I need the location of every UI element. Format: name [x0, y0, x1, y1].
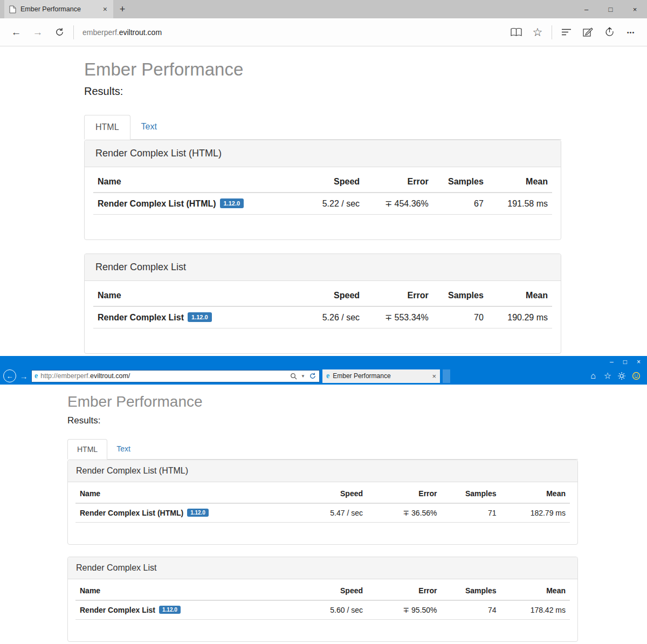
- benchmark-panel-list: Render Complex List Name Speed Error Sam…: [67, 557, 578, 642]
- url-text: http://emberperf.eviltrout.com/: [40, 372, 287, 380]
- speed-value: 5.26 / sec: [277, 306, 364, 328]
- url-text[interactable]: emberperf.eviltrout.com: [82, 28, 162, 37]
- error-value: ∓ 553.34%: [364, 306, 433, 328]
- benchmark-row: Render Complex List1.12.0 5.26 / sec ∓ 5…: [93, 306, 552, 328]
- mean-value: 190.29 ms: [488, 306, 552, 328]
- col-speed: Speed: [277, 172, 364, 193]
- close-button[interactable]: ×: [623, 0, 647, 18]
- browser-tab[interactable]: Ember Performance ×: [4, 0, 113, 18]
- benchmark-row: Render Complex List (HTML)1.12.0 5.22 / …: [93, 193, 552, 215]
- maximize-button[interactable]: □: [623, 358, 627, 366]
- col-samples: Samples: [442, 484, 501, 503]
- ie-page-icon: e: [326, 372, 329, 380]
- col-name: Name: [93, 285, 277, 306]
- ie-page-content: Ember Performance Results: HTML Text Ren…: [0, 385, 647, 642]
- version-badge: 1.12.0: [159, 606, 181, 614]
- window-controls: – □ ×: [610, 358, 641, 366]
- favorites-star-icon[interactable]: ☆: [603, 372, 612, 380]
- ie-browser-window: – □ × ← → e http://emberperf.eviltrout.c…: [0, 356, 647, 644]
- speed-value: 5.47 / sec: [273, 503, 367, 523]
- edge-page-content: Ember Performance Results: HTML Text Ren…: [0, 46, 647, 354]
- tab-close-icon[interactable]: ×: [102, 5, 108, 13]
- ie-address-bar: ← → e http://emberperf.eviltrout.com/ ▼ …: [3, 369, 644, 383]
- home-icon[interactable]: ⌂: [588, 372, 598, 380]
- reading-view-icon[interactable]: [505, 22, 527, 43]
- hub-icon[interactable]: [555, 22, 577, 43]
- edge-tab-bar: Ember Performance × + – □ ×: [0, 0, 647, 18]
- col-samples: Samples: [442, 581, 501, 600]
- share-icon[interactable]: [598, 22, 620, 43]
- more-actions-icon[interactable]: •••: [620, 22, 642, 43]
- tab-html[interactable]: HTML: [84, 115, 130, 140]
- tab-html[interactable]: HTML: [67, 439, 107, 460]
- col-speed: Speed: [273, 581, 367, 600]
- mean-value: 191.58 ms: [488, 193, 552, 215]
- close-button[interactable]: ×: [637, 358, 641, 366]
- benchmark-table: Name Speed Error Samples Mean Render Com…: [93, 172, 552, 215]
- col-speed: Speed: [277, 285, 364, 306]
- benchmark-table: Name Speed Error Samples Mean Render Com…: [75, 484, 570, 523]
- results-label: Results:: [84, 85, 561, 98]
- ie-page-icon: e: [35, 372, 38, 380]
- url-domain: eviltrout.com/: [90, 372, 130, 380]
- refresh-button[interactable]: [309, 372, 316, 380]
- mean-value: 178.42 ms: [501, 600, 570, 620]
- version-badge: 1.12.0: [220, 198, 244, 208]
- benchmark-table: Name Speed Error Samples Mean Render Com…: [93, 285, 552, 328]
- col-name: Name: [93, 172, 277, 193]
- tab-text[interactable]: Text: [107, 439, 140, 459]
- result-tabs: HTML Text: [67, 439, 578, 460]
- ie-toolbar-icons: ⌂ ☆: [588, 372, 644, 380]
- maximize-button[interactable]: □: [598, 0, 623, 18]
- divider: [73, 25, 74, 39]
- ie-title-bar: – □ × ← → e http://emberperf.eviltrout.c…: [0, 356, 647, 385]
- divider: [552, 25, 552, 39]
- url-subdomain: emberperf.: [82, 28, 119, 37]
- forward-button[interactable]: →: [27, 22, 49, 43]
- version-badge: 1.12.0: [188, 312, 212, 322]
- benchmark-name: Render Complex List (HTML): [98, 199, 216, 208]
- page-title: Ember Performance: [67, 393, 578, 410]
- search-icon[interactable]: [290, 373, 297, 380]
- window-controls: – □ ×: [574, 0, 647, 18]
- url-field-icons: ▼: [290, 372, 316, 380]
- edge-toolbar-icons: ☆ •••: [505, 22, 642, 43]
- minimize-button[interactable]: –: [610, 358, 614, 366]
- browser-tab[interactable]: e Ember Performance ×: [322, 369, 440, 383]
- tab-close-icon[interactable]: ×: [432, 372, 436, 380]
- col-error: Error: [364, 285, 433, 306]
- tab-text[interactable]: Text: [130, 115, 168, 139]
- col-mean: Mean: [488, 285, 552, 306]
- settings-gear-icon[interactable]: [617, 372, 627, 380]
- benchmark-row: Render Complex List1.12.0 5.60 / sec ∓ 9…: [75, 600, 570, 620]
- url-prefix: http://emberperf.: [40, 372, 90, 380]
- back-button[interactable]: ←: [5, 22, 27, 43]
- url-domain: eviltrout.com: [119, 28, 162, 37]
- result-tabs: HTML Text: [84, 115, 561, 140]
- tab-title: Ember Performance: [20, 5, 98, 13]
- edge-address-bar: ← → emberperf.eviltrout.com ☆ •••: [0, 18, 647, 46]
- results-label: Results:: [67, 415, 578, 426]
- col-error: Error: [364, 172, 433, 193]
- dropdown-caret-icon[interactable]: ▼: [301, 374, 305, 379]
- col-name: Name: [75, 581, 273, 600]
- url-field[interactable]: e http://emberperf.eviltrout.com/ ▼: [31, 370, 320, 382]
- favorites-star-icon[interactable]: ☆: [527, 22, 548, 43]
- new-tab-button[interactable]: +: [113, 0, 132, 18]
- benchmark-name: Render Complex List: [98, 313, 184, 322]
- col-error: Error: [367, 484, 442, 503]
- web-note-icon[interactable]: [577, 22, 598, 43]
- error-value: ∓ 454.36%: [364, 193, 433, 215]
- page-title: Ember Performance: [84, 59, 561, 80]
- minimize-button[interactable]: –: [574, 0, 598, 18]
- forward-button[interactable]: →: [19, 372, 29, 381]
- refresh-button[interactable]: [49, 22, 70, 43]
- feedback-smiley-icon[interactable]: [632, 372, 642, 380]
- samples-value: 70: [433, 306, 488, 328]
- back-button[interactable]: ←: [3, 369, 16, 382]
- version-badge: 1.12.0: [187, 509, 209, 517]
- edge-browser-window: Ember Performance × + – □ × ← → emberper…: [0, 0, 647, 356]
- benchmark-panel-list: Render Complex List Name Speed Error Sam…: [84, 254, 561, 354]
- new-tab-button[interactable]: [443, 369, 450, 383]
- col-name: Name: [75, 484, 273, 503]
